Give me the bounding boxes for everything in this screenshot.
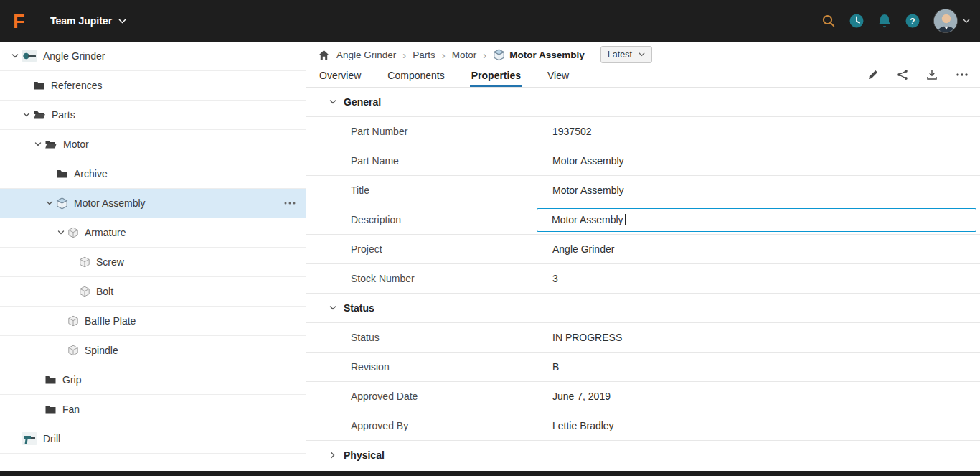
- property-value-cell: Motor Assembly: [552, 176, 980, 205]
- folder-icon: [33, 80, 45, 91]
- tree-item-label: Screw: [96, 256, 124, 268]
- property-value: June 7, 2019: [552, 391, 611, 402]
- tree-item-bolt[interactable]: Bolt: [0, 277, 306, 307]
- avatar[interactable]: [933, 9, 958, 33]
- property-row-project: ProjectAngle Grinder: [306, 235, 980, 264]
- tree-item-label: Motor Assembly: [74, 197, 146, 209]
- section-title: Physical: [344, 449, 385, 461]
- tree-item-screw[interactable]: Screw: [0, 248, 306, 277]
- assembly-icon: [56, 197, 68, 210]
- part-icon: [67, 345, 79, 356]
- chevron-down-icon[interactable]: [43, 200, 56, 207]
- tree-item-label: Archive: [74, 168, 108, 179]
- team-switcher[interactable]: Team Jupiter: [50, 15, 126, 27]
- tab-properties[interactable]: Properties: [470, 65, 522, 87]
- property-value: 3: [552, 273, 558, 284]
- folder-icon: [44, 375, 57, 386]
- home-icon[interactable]: [318, 50, 330, 60]
- tree-item-references[interactable]: References: [0, 71, 306, 101]
- tab-view[interactable]: View: [546, 65, 570, 87]
- property-label: Approved Date: [306, 391, 552, 402]
- section-header-physical[interactable]: Physical: [306, 441, 980, 470]
- chevron-down-icon[interactable]: [20, 111, 33, 118]
- tree-item-angle-grinder[interactable]: Angle Grinder: [0, 42, 306, 71]
- breadcrumb: Angle Grinder›Parts›Motor›Motor Assembly…: [306, 42, 980, 65]
- section-title: General: [344, 96, 381, 108]
- section-title: Status: [344, 302, 374, 314]
- version-label: Latest: [608, 50, 632, 60]
- tree-item-grip[interactable]: Grip: [0, 365, 306, 395]
- tree-item-motor[interactable]: Motor: [0, 130, 306, 159]
- property-label: Description: [306, 214, 552, 225]
- property-label: Revision: [306, 361, 552, 373]
- breadcrumb-separator: ›: [483, 49, 486, 61]
- property-row-description: DescriptionMotor Assembly: [306, 205, 980, 235]
- chevron-down-icon[interactable]: [326, 304, 339, 312]
- breadcrumb-items: Angle Grinder›Parts›Motor›Motor Assembly: [336, 49, 585, 61]
- text-cursor: [625, 214, 626, 225]
- tree-item-spindle[interactable]: Spindle: [0, 336, 306, 365]
- tree-item-baffle-plate[interactable]: Baffle Plate: [0, 307, 306, 336]
- share-icon[interactable]: [897, 69, 908, 80]
- property-row-stock-number: Stock Number3: [306, 264, 980, 294]
- help-icon[interactable]: ?: [905, 13, 920, 29]
- properties-table: GeneralPart Number1937502Part NameMotor …: [306, 88, 980, 476]
- breadcrumb-item-angle-grinder[interactable]: Angle Grinder: [336, 50, 396, 60]
- part-icon: [79, 256, 90, 268]
- clock-icon[interactable]: [849, 13, 864, 29]
- section-header-general[interactable]: General: [306, 88, 980, 117]
- property-value-cell: June 7, 2019: [552, 382, 980, 411]
- tab-components[interactable]: Components: [386, 65, 446, 87]
- edit-icon[interactable]: [867, 69, 879, 80]
- part-icon: [79, 286, 90, 297]
- property-label: Status: [306, 332, 552, 343]
- breadcrumb-item-motor[interactable]: Motor: [452, 50, 477, 60]
- chevron-right-icon[interactable]: [326, 452, 339, 459]
- chevron-down-icon[interactable]: [326, 98, 339, 106]
- property-row-approved-date: Approved DateJune 7, 2019: [306, 382, 980, 411]
- tree-item-label: Motor: [63, 139, 89, 150]
- tree-item-parts[interactable]: Parts: [0, 101, 306, 130]
- user-menu[interactable]: [933, 9, 970, 33]
- tree-item-label: Parts: [52, 109, 75, 121]
- grinder-thumb-icon: [22, 50, 37, 62]
- breadcrumb-separator: ›: [402, 49, 406, 61]
- chevron-down-icon[interactable]: [55, 229, 67, 236]
- download-icon[interactable]: [926, 69, 938, 80]
- property-row-part-name: Part NameMotor Assembly: [306, 146, 980, 176]
- property-label: Approved By: [306, 420, 552, 431]
- tree-item-drill[interactable]: Drill: [0, 424, 306, 454]
- tree-item-motor-assembly[interactable]: Motor Assembly: [0, 189, 306, 218]
- tree-item-label: References: [51, 80, 103, 91]
- section-header-status[interactable]: Status: [306, 294, 980, 323]
- input-value: Motor Assembly: [552, 214, 623, 225]
- notifications-icon[interactable]: [877, 13, 892, 29]
- tree-item-armature[interactable]: Armature: [0, 218, 306, 248]
- tree-item-label: Angle Grinder: [43, 50, 105, 62]
- property-value-cell: Motor Assembly: [552, 146, 980, 175]
- item-more-menu-icon[interactable]: [284, 202, 296, 205]
- breadcrumb-item-motor-assembly[interactable]: Motor Assembly: [493, 49, 585, 61]
- chevron-down-icon[interactable]: [32, 141, 44, 148]
- folder-open-icon: [44, 139, 57, 150]
- property-row-revision: RevisionB: [306, 353, 980, 382]
- more-icon[interactable]: [956, 73, 969, 77]
- description-input[interactable]: Motor Assembly: [537, 208, 976, 232]
- tree-item-fan[interactable]: Fan: [0, 395, 306, 424]
- folder-open-icon: [33, 110, 46, 121]
- property-row-part-number: Part Number1937502: [306, 117, 980, 146]
- fusion-logo[interactable]: F: [0, 0, 42, 42]
- project-tree-sidebar: Angle GrinderReferencesPartsMotorArchive…: [0, 42, 306, 476]
- property-value: Motor Assembly: [552, 185, 624, 196]
- version-dropdown[interactable]: Latest: [600, 46, 652, 63]
- chevron-down-icon: [963, 19, 970, 23]
- tree-item-archive[interactable]: Archive: [0, 159, 306, 189]
- property-value-cell: B: [552, 353, 980, 381]
- tab-overview[interactable]: Overview: [318, 65, 362, 87]
- property-value: B: [552, 361, 559, 373]
- property-label: Title: [306, 185, 552, 196]
- chevron-down-icon[interactable]: [9, 52, 22, 60]
- property-value: Lettie Bradley: [552, 420, 614, 431]
- breadcrumb-item-parts[interactable]: Parts: [413, 50, 435, 60]
- search-icon[interactable]: [821, 14, 836, 28]
